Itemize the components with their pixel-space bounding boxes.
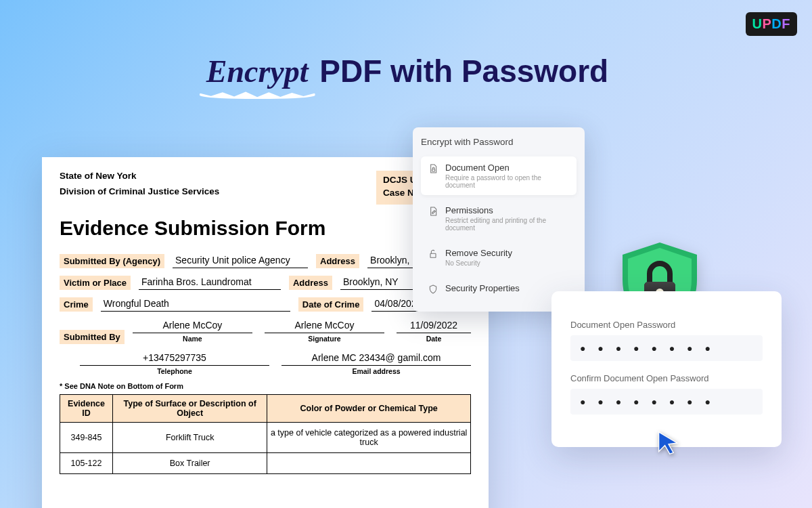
label-confirm-password: Confirm Document Open Password bbox=[570, 373, 763, 383]
val-email: Arlene MC 23434@ gamil.com bbox=[281, 351, 471, 366]
option-document-open[interactable]: Document OpenRequire a password to open … bbox=[421, 156, 577, 195]
val-name: Arlene McCoy bbox=[133, 318, 252, 333]
shield-icon bbox=[428, 284, 438, 295]
val-sig: Arlene McCoy bbox=[265, 318, 384, 333]
svg-rect-0 bbox=[432, 169, 435, 171]
option-permissions[interactable]: PermissionsRestrict editing and printing… bbox=[421, 199, 577, 238]
input-open-password[interactable]: ● ● ● ● ● ● ● ● bbox=[570, 335, 763, 361]
panel-title: Encrypt with Password bbox=[421, 137, 577, 147]
val-tel: +13475297735 bbox=[80, 351, 269, 366]
cursor-icon bbox=[656, 431, 681, 458]
brand-logo: UPDF bbox=[746, 12, 797, 36]
label-crime: Crime bbox=[60, 297, 93, 312]
file-edit-icon bbox=[428, 206, 438, 217]
label-address2: Address bbox=[289, 276, 332, 290]
doc-state: State of New York bbox=[60, 171, 219, 181]
label-address: Address bbox=[316, 254, 359, 268]
label-datecrime: Date of Crime bbox=[298, 297, 364, 312]
table-row: 349-845Forklift Trucka type of vehicle c… bbox=[60, 423, 471, 453]
dna-note: * See DNA Note on Bottom of Form bbox=[60, 382, 471, 390]
doc-division: Division of Criminal Justice Services bbox=[60, 186, 219, 196]
file-lock-icon bbox=[428, 163, 438, 174]
evidence-table: Evidence IDType of Surface or Descriptio… bbox=[60, 394, 471, 474]
encrypt-panel: Encrypt with Password Document OpenRequi… bbox=[413, 127, 585, 312]
password-card: Document Open Password ● ● ● ● ● ● ● ● C… bbox=[551, 291, 782, 447]
label-agency: Submitted By (Agency) bbox=[60, 254, 164, 268]
label-victim: Victim or Place bbox=[60, 276, 131, 290]
svg-rect-1 bbox=[430, 253, 436, 257]
hero-title: Encrypt PDF with Password bbox=[0, 53, 812, 89]
val-date: 11/09/2022 bbox=[397, 318, 471, 333]
val-crime: Wrongful Death bbox=[101, 297, 290, 312]
label-subby: Submitted By bbox=[60, 330, 125, 344]
table-row: 105-122Box Trailer bbox=[60, 453, 471, 474]
val-agency: Security Unit police Agency bbox=[173, 253, 308, 268]
label-open-password: Document Open Password bbox=[570, 320, 763, 330]
input-confirm-password[interactable]: ● ● ● ● ● ● ● ● bbox=[570, 389, 763, 415]
unlock-icon bbox=[428, 249, 438, 259]
doc-title: Evidence Submission Form bbox=[60, 217, 471, 240]
option-remove-security[interactable]: Remove SecurityNo Security bbox=[421, 242, 577, 273]
val-victim: Farinha Bros. Laundromat bbox=[139, 275, 281, 290]
